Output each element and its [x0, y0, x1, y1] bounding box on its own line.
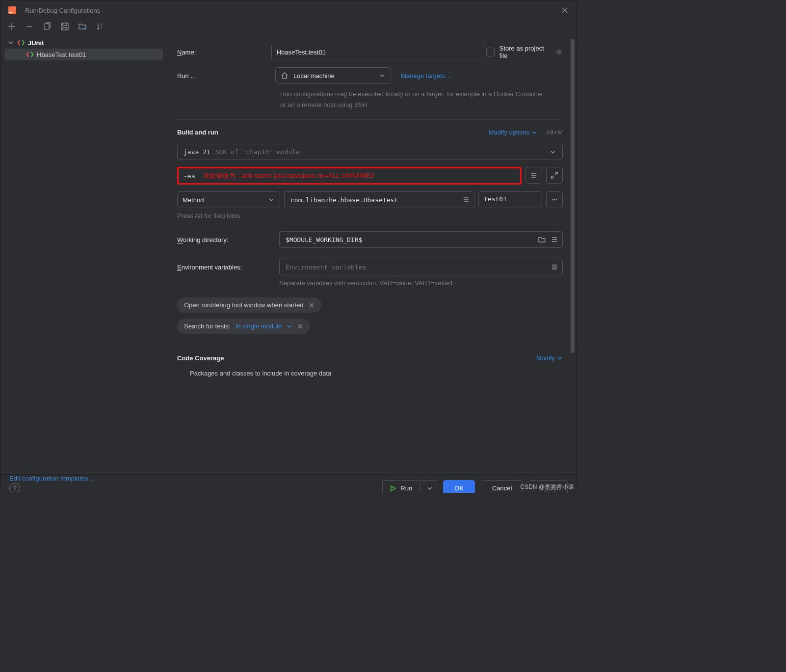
svg-point-7: [554, 199, 555, 200]
ok-button[interactable]: OK: [443, 480, 475, 494]
chip-search-tests[interactable]: Search for tests: In single module: [177, 319, 310, 334]
chip-open-tool-window[interactable]: Open run/debug tool window when started: [177, 297, 321, 313]
list-icon[interactable]: [550, 263, 558, 271]
store-checkbox[interactable]: [486, 48, 495, 56]
shortcut-hint: Alt+M: [546, 129, 563, 136]
test-class-input[interactable]: com.lihaozhe.hbase.HbaseTest: [284, 191, 474, 208]
svg-rect-1: [8, 6, 16, 14]
run-on-select[interactable]: Local machine: [275, 67, 391, 84]
cancel-button[interactable]: Cancel: [481, 480, 523, 494]
window-title: Run/Debug Configurations: [25, 7, 560, 14]
chevron-down-icon: [557, 355, 563, 361]
run-button-dropdown[interactable]: [422, 480, 437, 494]
close-icon[interactable]: [309, 302, 314, 308]
junit-icon: [17, 39, 25, 47]
vm-annotation: 此处修改为 --add-opens java.base/java.nio=ALL…: [204, 171, 374, 180]
chevron-down-icon: [550, 149, 556, 156]
test-method-input[interactable]: test01: [478, 191, 542, 208]
env-hint: Separate variables with semicolon: VAR=v…: [279, 279, 563, 287]
remove-icon[interactable]: [25, 22, 34, 31]
env-label: Environment variables:: [177, 264, 279, 271]
list-icon-button[interactable]: [525, 167, 542, 184]
search-scope-link[interactable]: In single module: [236, 323, 282, 330]
play-icon: [390, 485, 396, 492]
workdir-label: Working directory:: [177, 236, 279, 243]
chevron-down-icon: [427, 485, 433, 491]
tree-root-junit[interactable]: JUnit: [4, 37, 163, 49]
modify-options-link[interactable]: Modify options: [489, 129, 538, 136]
svg-point-5: [558, 51, 560, 54]
run-button[interactable]: Run: [382, 480, 420, 494]
workdir-input[interactable]: $MODULE_WORKING_DIR$: [279, 231, 563, 248]
manage-targets-link[interactable]: Manage targets…: [401, 72, 451, 80]
coverage-title: Code Coverage: [177, 354, 536, 362]
test-kind-select[interactable]: Method: [177, 191, 280, 208]
sdk-select[interactable]: java 21 SDK of 'chap10' module: [177, 144, 563, 160]
svg-rect-2: [9, 12, 12, 13]
svg-point-8: [556, 199, 557, 200]
tree-item-label: HbaseTest.test01: [37, 51, 86, 58]
expand-icon-button[interactable]: [546, 167, 563, 184]
svg-point-6: [552, 199, 553, 200]
junit-icon: [26, 51, 34, 58]
app-logo-icon: [7, 5, 17, 15]
toolbar: [0, 20, 576, 35]
coverage-modify-link[interactable]: Modify: [536, 354, 563, 362]
scrollbar[interactable]: [571, 39, 575, 353]
more-icon-button[interactable]: [546, 191, 563, 208]
run-on-help: Run configurations may be executed local…: [280, 89, 545, 110]
close-icon[interactable]: [297, 323, 303, 329]
folder-icon[interactable]: [538, 236, 546, 243]
vm-options-input[interactable]: -ea 此处修改为 --add-opens java.base/java.nio…: [177, 167, 522, 185]
chevron-down-icon: [379, 72, 386, 79]
run-on-label: Run ...: [177, 72, 275, 80]
svg-rect-4: [61, 23, 68, 30]
home-icon: [281, 72, 288, 80]
gear-icon[interactable]: [555, 48, 563, 56]
folder-add-icon[interactable]: [78, 22, 87, 31]
chevron-down-icon: [287, 323, 292, 329]
add-icon[interactable]: [7, 22, 16, 31]
list-icon[interactable]: [550, 236, 558, 243]
field-hints: Press Alt for field hints: [177, 212, 563, 219]
name-input[interactable]: [271, 44, 486, 60]
edit-templates-link[interactable]: Edit configuration templates…: [9, 475, 94, 482]
build-run-title: Build and run: [177, 129, 489, 136]
help-button[interactable]: ?: [9, 483, 20, 494]
sidebar: JUnit HbaseTest.test01 Edit configuratio…: [0, 35, 167, 474]
list-icon[interactable]: [462, 196, 470, 204]
store-label: Store as project file: [499, 45, 551, 59]
titlebar: Run/Debug Configurations: [0, 0, 576, 20]
sort-az-icon[interactable]: [96, 22, 105, 31]
svg-rect-3: [44, 24, 49, 29]
chevron-down-icon: [268, 196, 275, 203]
chevron-down-icon: [7, 39, 14, 46]
chevron-down-icon: [531, 130, 537, 135]
coverage-sub: Packages and classes to include in cover…: [177, 370, 563, 377]
tree-item-hbasetest[interactable]: HbaseTest.test01: [4, 49, 163, 60]
copy-icon[interactable]: [43, 22, 52, 31]
tree-root-label: JUnit: [28, 39, 44, 47]
env-input[interactable]: Environment variables: [279, 259, 563, 275]
watermark: CSDN @李昊哲小课: [520, 483, 574, 491]
save-icon[interactable]: [60, 22, 69, 31]
close-icon[interactable]: [560, 5, 570, 15]
name-label: Name:: [177, 49, 271, 56]
